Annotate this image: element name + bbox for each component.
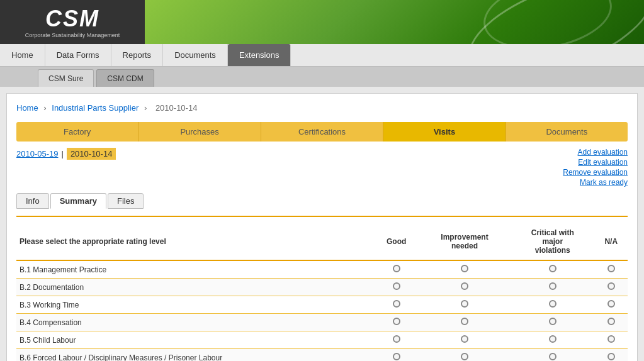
- main-panel: Home › Industrial Parts Supplier › 2010-…: [6, 93, 638, 361]
- col-good-radio[interactable]: [393, 335, 400, 343]
- col-improvement-cell: [419, 260, 511, 279]
- add-evaluation-link[interactable]: Add evaluation: [578, 148, 628, 157]
- edit-evaluation-link[interactable]: Edit evaluation: [578, 158, 628, 167]
- col-improvement-cell: [419, 349, 511, 362]
- breadcrumb-date: 2010-10-14: [155, 103, 198, 113]
- date-eval-row: 2010-05-19 | 2010-10-14 Add evaluation E…: [16, 148, 628, 187]
- col-improvement-radio[interactable]: [461, 265, 468, 272]
- col-critical-radio[interactable]: [549, 318, 556, 325]
- sub-tabs: Info Summary Files: [16, 193, 628, 209]
- col-improvement-cell: [419, 296, 511, 314]
- col-header-improvement: Improvementneeded: [419, 223, 511, 260]
- col-good-radio[interactable]: [393, 265, 400, 272]
- breadcrumb-sep2: ›: [144, 103, 147, 113]
- breadcrumb-home[interactable]: Home: [16, 103, 38, 113]
- tab-factory[interactable]: Factory: [16, 122, 138, 142]
- col-na-cell: [594, 296, 628, 314]
- col-improvement-cell: [419, 314, 511, 331]
- col-good-cell: [374, 314, 419, 331]
- tab-purchases[interactable]: Purchases: [138, 122, 261, 142]
- col-improvement-cell: [419, 279, 511, 296]
- sub-nav: CSM Sure CSM CDM: [0, 67, 644, 87]
- col-na-cell: [594, 314, 628, 331]
- logo-area: CSM Corporate Sustainability Management: [0, 0, 145, 44]
- remove-evaluation-link[interactable]: Remove evaluation: [563, 168, 628, 177]
- main-nav: Home Data Forms Reports Documents Extens…: [0, 44, 644, 67]
- col-na-radio[interactable]: [607, 353, 615, 360]
- table-row: B.3 Working Time: [16, 296, 628, 314]
- date-current[interactable]: 2010-10-14: [67, 148, 116, 160]
- sub-nav-csm-sure[interactable]: CSM Sure: [38, 69, 94, 87]
- sub-tab-files[interactable]: Files: [108, 193, 144, 209]
- sub-tabs-border: [16, 216, 628, 217]
- rating-table: Please select the appropriate rating lev…: [16, 223, 628, 361]
- logo-subtitle: Corporate Sustainability Management: [25, 32, 120, 38]
- col-critical-radio[interactable]: [549, 282, 556, 290]
- col-critical-cell: [511, 279, 594, 296]
- content-area: Home › Industrial Parts Supplier › 2010-…: [0, 87, 644, 361]
- header-decoration: [145, 0, 644, 44]
- col-good-cell: [374, 279, 419, 296]
- col-na-radio[interactable]: [607, 335, 615, 343]
- date-separator: |: [62, 149, 64, 158]
- table-row: B.5 Child Labour: [16, 331, 628, 349]
- col-critical-radio[interactable]: [549, 335, 556, 343]
- row-label: B.3 Working Time: [16, 296, 374, 314]
- col-critical-radio[interactable]: [549, 300, 556, 308]
- col-na-cell: [594, 260, 628, 279]
- col-improvement-radio[interactable]: [461, 300, 468, 308]
- nav-reports[interactable]: Reports: [111, 44, 164, 66]
- col-improvement-radio[interactable]: [461, 353, 468, 360]
- table-row: B.2 Documentation: [16, 279, 628, 296]
- col-na-radio[interactable]: [607, 265, 615, 272]
- col-improvement-radio[interactable]: [461, 335, 468, 343]
- col-good-cell: [374, 331, 419, 349]
- col-critical-cell: [511, 349, 594, 362]
- nav-extensions[interactable]: Extensions: [228, 44, 291, 66]
- col-na-cell: [594, 331, 628, 349]
- header: CSM Corporate Sustainability Management: [0, 0, 644, 44]
- tab-visits[interactable]: Visits: [383, 122, 506, 142]
- tab-documents[interactable]: Documents: [506, 122, 628, 142]
- col-na-radio[interactable]: [607, 282, 615, 290]
- col-good-radio[interactable]: [393, 318, 400, 325]
- date-previous[interactable]: 2010-05-19: [16, 149, 59, 158]
- nav-home[interactable]: Home: [0, 44, 45, 66]
- date-links: 2010-05-19 | 2010-10-14: [16, 148, 116, 160]
- col-header-na: N/A: [594, 223, 628, 260]
- row-label: B.2 Documentation: [16, 279, 374, 296]
- col-header-description: Please select the appropriate rating lev…: [16, 223, 374, 260]
- col-good-radio[interactable]: [393, 353, 400, 360]
- col-critical-cell: [511, 314, 594, 331]
- col-na-radio[interactable]: [607, 318, 615, 325]
- breadcrumb-sep1: ›: [43, 103, 46, 113]
- col-improvement-cell: [419, 331, 511, 349]
- col-critical-radio[interactable]: [549, 353, 556, 360]
- col-critical-radio[interactable]: [549, 265, 556, 272]
- table-row: B.6 Forced Labour / Disciplinary Measure…: [16, 349, 628, 362]
- main-tabs: Factory Purchases Certifications Visits …: [16, 122, 628, 142]
- row-label: B.1 Management Practice: [16, 260, 374, 279]
- table-row: B.1 Management Practice: [16, 260, 628, 279]
- sub-tab-info[interactable]: Info: [16, 193, 49, 209]
- col-header-good: Good: [374, 223, 419, 260]
- row-label: B.4 Compensation: [16, 314, 374, 331]
- col-good-radio[interactable]: [393, 282, 400, 290]
- col-good-cell: [374, 349, 419, 362]
- tab-certifications[interactable]: Certifications: [261, 122, 383, 142]
- col-improvement-radio[interactable]: [461, 318, 468, 325]
- sub-nav-csm-cdm[interactable]: CSM CDM: [96, 69, 154, 87]
- col-improvement-radio[interactable]: [461, 282, 468, 290]
- eval-links: Add evaluation Edit evaluation Remove ev…: [563, 148, 628, 187]
- sub-tab-summary[interactable]: Summary: [50, 193, 106, 209]
- col-good-radio[interactable]: [393, 300, 400, 308]
- col-good-cell: [374, 260, 419, 279]
- mark-as-ready-link[interactable]: Mark as ready: [580, 178, 628, 187]
- breadcrumb-supplier[interactable]: Industrial Parts Supplier: [52, 103, 138, 113]
- col-na-radio[interactable]: [607, 300, 615, 308]
- col-header-critical: Critical withmajorviolations: [511, 223, 594, 260]
- col-critical-cell: [511, 296, 594, 314]
- nav-documents[interactable]: Documents: [163, 44, 228, 66]
- nav-data-forms[interactable]: Data Forms: [45, 44, 111, 66]
- col-critical-cell: [511, 331, 594, 349]
